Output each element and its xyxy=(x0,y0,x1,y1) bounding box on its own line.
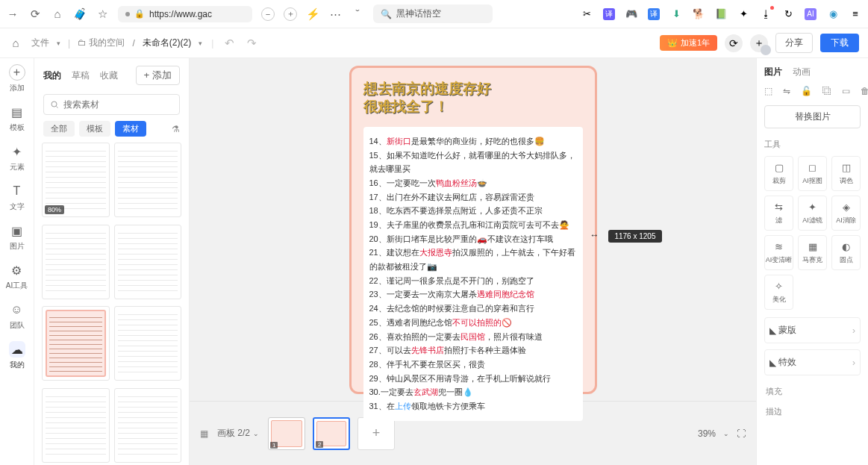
resize-handle[interactable]: ↔ xyxy=(590,230,599,240)
more-icon[interactable]: ⋯ xyxy=(328,7,342,21)
ext-game-icon[interactable]: 🎮 xyxy=(625,7,638,21)
cut-icon[interactable]: ✂ xyxy=(580,7,593,21)
tab-fav[interactable]: 收藏 xyxy=(100,69,118,82)
tool-AI消除[interactable]: ◈AI消除 xyxy=(831,196,861,231)
app-toolbar: ⌂ 文件▾ | 🗀 我的空间 / 未命名(2)(2)▾ | ↶ ↷ 👑 加速1年… xyxy=(0,28,868,58)
ext-refresh-icon[interactable]: ↻ xyxy=(781,7,795,21)
doc-name[interactable]: 未命名(2)(2) xyxy=(143,37,191,49)
chevron-down-icon[interactable]: ˇ xyxy=(351,7,364,21)
page-thumb-1[interactable]: 1 xyxy=(268,417,305,450)
tool-滤[interactable]: ⇆滤 xyxy=(764,196,793,231)
size-tooltip: 1176 x 1205 xyxy=(608,230,661,243)
url-bar[interactable]: 🔒 https://www.gac xyxy=(118,6,252,22)
mask-row[interactable]: ◣ 蒙版› xyxy=(764,317,861,343)
fit-icon[interactable]: ⛶ xyxy=(737,428,746,439)
layers-icon[interactable]: ▦ xyxy=(200,428,208,439)
lock-icon[interactable]: 🔓 xyxy=(801,86,812,96)
tool-裁剪[interactable]: ▢裁剪 xyxy=(764,156,793,191)
ext-puzzle-icon[interactable]: ✦ xyxy=(737,7,750,21)
asset-thumb[interactable] xyxy=(42,388,110,463)
add-page-button[interactable]: + xyxy=(357,417,395,450)
rail-element[interactable]: ✦元素 xyxy=(9,143,25,172)
ext-download-icon[interactable]: ⬇ xyxy=(669,7,683,21)
page-thumb-2[interactable]: 2 xyxy=(313,417,350,450)
rail-text[interactable]: T文字 xyxy=(9,183,25,212)
share-button[interactable]: 分享 xyxy=(775,33,813,53)
replace-image-button[interactable]: 替换图片 xyxy=(764,105,861,128)
ext-translate2-icon[interactable]: 译 xyxy=(647,7,661,21)
tool-AI滤镜[interactable]: ✦AI滤镜 xyxy=(798,196,827,231)
tool-AI变清晰[interactable]: ≋AI变清晰 xyxy=(764,235,793,270)
url-text: https://www.gac xyxy=(149,9,212,19)
tool-调色[interactable]: ◫调色 xyxy=(831,156,861,191)
align-icon[interactable]: ⬚ xyxy=(764,86,772,96)
artboard[interactable]: 想去南京的速度存好 很难找全了！ 14、新街口是最繁华的商业街，好吃的也很多🍔1… xyxy=(349,66,597,394)
app-home-icon[interactable]: ⌂ xyxy=(9,37,22,50)
tool-圆点[interactable]: ◐圆点 xyxy=(831,235,861,270)
ext-shiba-icon[interactable]: 🐕 xyxy=(692,7,705,21)
add-member-icon[interactable]: ＋ xyxy=(750,34,768,52)
zoom-value[interactable]: 39% xyxy=(698,428,716,439)
layer-icon[interactable]: ▭ xyxy=(842,86,850,96)
rail-mine[interactable]: ☁我的 xyxy=(9,341,25,370)
ext-swirl-icon[interactable]: ◉ xyxy=(826,7,840,21)
fx-row[interactable]: ◣ 特效› xyxy=(764,349,861,375)
search-box[interactable]: 🔍 黑神话悟空 xyxy=(373,4,493,23)
redo-icon[interactable]: ↷ xyxy=(245,37,258,50)
back-icon[interactable]: → xyxy=(6,7,19,21)
ext-translate-icon[interactable]: 译 xyxy=(602,7,616,21)
asset-thumb[interactable] xyxy=(42,225,110,299)
asset-thumb[interactable] xyxy=(42,306,110,381)
browser-toolbar: → ⟳ ⌂ 🧳 ☆ 🔒 https://www.gac − ＋ ⚡ ⋯ ˇ 🔍 … xyxy=(0,0,868,28)
filter-material[interactable]: 素材 xyxy=(115,121,146,137)
filter-all[interactable]: 全部 xyxy=(43,121,75,137)
flash-icon[interactable]: ⚡ xyxy=(306,7,319,21)
asset-search-input[interactable] xyxy=(43,94,180,115)
tab-draft[interactable]: 草稿 xyxy=(72,69,90,82)
ext-menu-icon[interactable]: ≡ xyxy=(849,7,862,21)
filter-template[interactable]: 模板 xyxy=(79,121,110,137)
home-icon[interactable]: ⌂ xyxy=(51,7,64,21)
space-link[interactable]: 🗀 我的空间 xyxy=(78,37,125,49)
tab-mine[interactable]: 我的 xyxy=(43,69,61,82)
asset-thumb[interactable] xyxy=(114,388,182,463)
asset-thumb[interactable]: 80% xyxy=(42,143,110,217)
filter-icon[interactable]: ⚗ xyxy=(172,124,180,134)
rail-add[interactable]: +添加 xyxy=(9,64,25,93)
star-icon[interactable]: ☆ xyxy=(96,7,109,21)
asset-panel: 我的 草稿 收藏 + 添加 全部 模板 素材 ⚗ 80% xyxy=(34,58,190,465)
rail-ai[interactable]: ⚙AI工具 xyxy=(6,262,28,291)
copy-icon[interactable]: ⿻ xyxy=(822,86,831,96)
lock-icon: 🔒 xyxy=(134,9,145,19)
tool-马赛克[interactable]: ▦马赛克 xyxy=(798,235,827,270)
ext-dl2-icon[interactable]: ⭳ xyxy=(759,7,772,21)
flip-icon[interactable]: ⇋ xyxy=(783,86,790,96)
tool-美化[interactable]: ✧美化 xyxy=(764,275,793,310)
asset-thumb[interactable] xyxy=(114,225,182,299)
vip-button[interactable]: 👑 加速1年 xyxy=(660,35,717,51)
undo-icon[interactable]: ↶ xyxy=(222,37,236,50)
file-menu[interactable]: 文件 xyxy=(31,37,49,49)
rp-tab-image[interactable]: 图片 xyxy=(764,66,782,78)
asset-thumb[interactable] xyxy=(114,143,182,217)
reload-icon[interactable]: ⟳ xyxy=(28,7,42,21)
asset-grid: 80% xyxy=(34,143,189,465)
download-button[interactable]: 下载 xyxy=(820,34,859,52)
page-indicator[interactable]: 画板 2/2 ⌄ xyxy=(217,427,259,440)
briefcase-icon[interactable]: 🧳 xyxy=(73,7,87,21)
rail-team[interactable]: ☺团队 xyxy=(9,302,25,331)
rp-tab-anim[interactable]: 动画 xyxy=(793,66,811,78)
delete-icon[interactable]: 🗑 xyxy=(861,86,868,96)
asset-thumb[interactable] xyxy=(114,306,182,381)
zoom-out-icon[interactable]: − xyxy=(261,7,275,21)
rail-template[interactable]: ▤模板 xyxy=(9,104,25,133)
tool-AI抠图[interactable]: ◻AI抠图 xyxy=(798,156,827,191)
ext-ai-icon[interactable]: AI xyxy=(804,7,817,21)
history-icon[interactable]: ⟳ xyxy=(725,34,743,52)
canvas[interactable]: 想去南京的速度存好 很难找全了！ 14、新街口是最繁华的商业街，好吃的也很多🍔1… xyxy=(190,58,756,401)
left-rail: +添加 ▤模板 ✦元素 T文字 ▣图片 ⚙AI工具 ☺团队 ☁我的 xyxy=(0,58,34,465)
ext-book-icon[interactable]: 📗 xyxy=(714,7,728,21)
zoom-in-icon[interactable]: ＋ xyxy=(284,7,297,21)
add-asset-button[interactable]: + 添加 xyxy=(136,66,181,85)
rail-image[interactable]: ▣图片 xyxy=(9,222,25,252)
